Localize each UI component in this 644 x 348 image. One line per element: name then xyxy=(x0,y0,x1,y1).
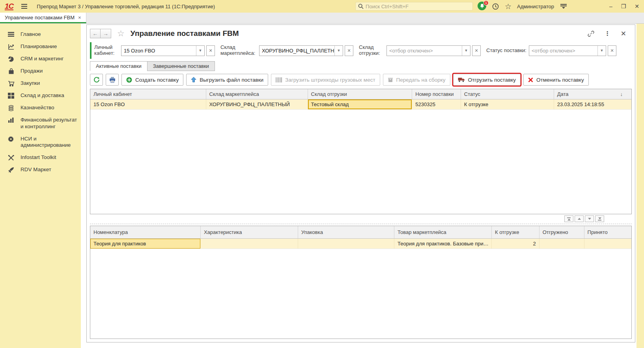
selected-cell[interactable]: Тестовый склад xyxy=(308,99,413,109)
gear-icon xyxy=(7,136,15,142)
forward-button[interactable]: → xyxy=(101,29,111,38)
filter-label: Личный кабинет: xyxy=(94,45,119,56)
supply-items-table: Номенклатура Характеристика Упаковка Тов… xyxy=(90,226,632,339)
table-row[interactable]: Теория для практиков Теория для практико… xyxy=(90,239,631,249)
sidebar-item-treasury[interactable]: Казначейство xyxy=(0,102,81,114)
tools-icon xyxy=(7,154,15,161)
sidebar-item-main[interactable]: Главное xyxy=(0,28,81,41)
supply-status-combo[interactable]: <отбор отключен> ▼ xyxy=(529,45,606,56)
history-clock-icon xyxy=(492,3,499,10)
load-barcodes-button: Загрузить штрихкоды грузовых мест xyxy=(271,74,380,86)
shipment-warehouse-combo[interactable]: <отбор отключен> ▼ xyxy=(386,45,470,56)
1c-logo-icon: 1С xyxy=(5,3,13,10)
column-header[interactable]: Номенклатура xyxy=(90,226,201,238)
tab-close-icon[interactable]: × xyxy=(78,15,81,21)
copy-link-icon[interactable] xyxy=(588,30,594,37)
global-search[interactable] xyxy=(355,2,473,11)
go-down-icon[interactable] xyxy=(585,215,594,222)
sidebar-item-planning[interactable]: Планирование xyxy=(0,41,81,53)
page-title: Управление поставками FBM xyxy=(131,29,239,38)
notifications-button[interactable]: 1 xyxy=(478,2,487,11)
content-area: ← → ☆ Управление поставками FBM ⋮ ✕ Личн… xyxy=(81,24,637,348)
column-header[interactable]: Принято xyxy=(584,226,631,238)
personal-account-combo[interactable]: 15 Ozon FBO ▼ xyxy=(121,45,205,56)
sidebar-item-admin[interactable]: НСИ и администрирование xyxy=(0,133,81,152)
items-table-header: Номенклатура Характеристика Упаковка Тов… xyxy=(90,226,631,239)
pie-chart-icon xyxy=(7,56,15,62)
view-tabs: Активные поставки Завершенные поставки xyxy=(90,61,632,71)
filter-label: Склад маркетплейса: xyxy=(220,45,257,56)
column-header[interactable]: Номер поставки xyxy=(412,89,461,99)
go-up-icon[interactable] xyxy=(575,215,584,222)
form-header: ← → ☆ Управление поставками FBM ⋮ ✕ xyxy=(90,26,632,41)
print-button[interactable] xyxy=(106,74,119,86)
supplies-table: Личный кабинет Склад маркетплейса Склад … xyxy=(90,89,632,214)
minimize-button[interactable]: – xyxy=(609,4,612,9)
chevron-down-icon[interactable]: ▼ xyxy=(196,46,204,56)
maximize-button[interactable]: ❒ xyxy=(621,4,626,9)
chevron-down-icon[interactable]: ▼ xyxy=(462,46,470,56)
chevron-down-icon[interactable]: ▼ xyxy=(597,46,606,56)
service-menu-icon[interactable] xyxy=(560,4,567,9)
sidebar-item-rdv[interactable]: RDV Маркет xyxy=(0,164,81,176)
column-header[interactable]: Склад отгрузки xyxy=(308,89,413,99)
splitter[interactable] xyxy=(90,224,632,224)
cancel-supply-button[interactable]: Отменить поставку xyxy=(523,74,589,86)
main-menu-icon[interactable] xyxy=(21,4,27,9)
sidebar-item-infostart[interactable]: Infostart Toolkit xyxy=(0,152,81,164)
table-row[interactable]: 15 Ozon FBO ХОРУГВИНО_РФЦ_ПАЛЛЕТНЫЙ Тест… xyxy=(90,99,631,110)
column-header[interactable]: Товар маркетплейса xyxy=(394,226,492,238)
column-header[interactable]: Характеристика xyxy=(201,226,298,238)
current-user[interactable]: Администратор xyxy=(517,4,554,9)
truck-icon xyxy=(458,77,465,82)
history-button[interactable] xyxy=(492,3,499,10)
filter-bar: Личный кабинет: 15 Ozon FBO ▼ ✕ Склад ма… xyxy=(90,41,632,60)
column-header[interactable]: Личный кабинет xyxy=(90,89,206,99)
shopping-cart-icon xyxy=(7,80,15,87)
app-window: 1С Препрод Маркет 3 / Управление торговл… xyxy=(0,0,644,348)
selected-cell[interactable]: Теория для практиков xyxy=(90,239,201,249)
warehouse-grid-icon xyxy=(7,92,15,99)
go-top-icon[interactable] xyxy=(564,215,573,222)
sidebar-item-sales[interactable]: Продажи xyxy=(0,65,81,77)
sort-desc-icon: ↓ xyxy=(620,91,629,97)
search-input[interactable] xyxy=(366,4,470,9)
export-supply-file-button[interactable]: Выгрузить файл поставки xyxy=(186,74,268,86)
sidebar-item-warehouse[interactable]: Склад и доставка xyxy=(0,90,81,102)
favorite-star-icon[interactable]: ☆ xyxy=(117,29,125,38)
column-header[interactable]: Дата ↓ xyxy=(554,89,631,99)
clear-filter-icon[interactable]: ✕ xyxy=(206,45,215,56)
more-menu-icon[interactable]: ⋮ xyxy=(605,30,610,37)
filter-label: Склад отгрузки: xyxy=(359,45,384,56)
close-window-button[interactable]: ✕ xyxy=(635,4,639,9)
rocket-icon xyxy=(7,167,15,173)
sidebar-item-purchases[interactable]: Закупки xyxy=(0,77,81,90)
shopping-bag-icon xyxy=(7,68,15,75)
create-supply-button[interactable]: Создать поставку xyxy=(121,74,183,86)
column-header[interactable]: К отгрузке xyxy=(492,226,539,238)
back-button[interactable]: ← xyxy=(90,29,101,38)
planning-chart-icon xyxy=(7,43,15,50)
plus-circle-icon xyxy=(126,77,132,83)
ship-supply-button[interactable]: Отгрузить поставку xyxy=(453,74,521,86)
clear-filter-icon[interactable]: ✕ xyxy=(345,45,353,56)
refresh-button[interactable] xyxy=(90,74,103,86)
close-form-icon[interactable]: ✕ xyxy=(621,30,626,38)
chevron-down-icon[interactable]: ▼ xyxy=(334,46,343,56)
marketplace-warehouse-combo[interactable]: ХОРУГВИНО_РФЦ_ПАЛЛЕТНЫ ▼ xyxy=(259,45,343,56)
tab-fbm-supplies[interactable]: Управление поставками FBM × xyxy=(0,13,86,23)
sidebar-item-crm[interactable]: CRM и маркетинг xyxy=(0,53,81,65)
tab-finished-supplies[interactable]: Завершенные поставки xyxy=(147,61,215,71)
sidebar-item-finance[interactable]: Финансовый результат и контроллинг xyxy=(0,114,81,133)
clear-filter-icon[interactable]: ✕ xyxy=(472,45,481,56)
notification-badge: 1 xyxy=(483,0,489,6)
column-header[interactable]: Отгружено xyxy=(539,226,584,238)
column-header[interactable]: Упаковка xyxy=(298,226,394,238)
favorites-button[interactable]: ☆ xyxy=(505,2,511,11)
column-header[interactable]: Статус xyxy=(461,89,554,99)
column-header[interactable]: Склад маркетплейса xyxy=(206,89,308,99)
refresh-icon xyxy=(93,77,100,83)
tab-active-supplies[interactable]: Активные поставки xyxy=(90,61,147,71)
clear-filter-icon[interactable]: ✕ xyxy=(608,45,616,56)
go-bottom-icon[interactable] xyxy=(595,215,604,222)
